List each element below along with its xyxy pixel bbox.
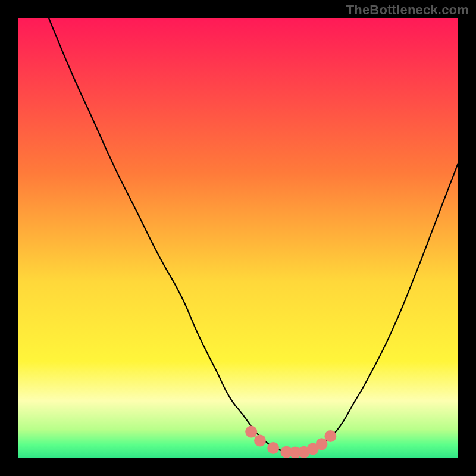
plot-area [18,18,458,458]
marker-dot [254,434,266,446]
marker-dot [316,438,328,450]
marker-dot [324,430,336,442]
heatmap-background [18,18,458,458]
marker-dot [245,426,257,438]
bottleneck-chart [18,18,458,458]
marker-dot [267,442,279,454]
chart-container: TheBottleneck.com [0,0,476,476]
watermark-text: TheBottleneck.com [346,2,469,18]
